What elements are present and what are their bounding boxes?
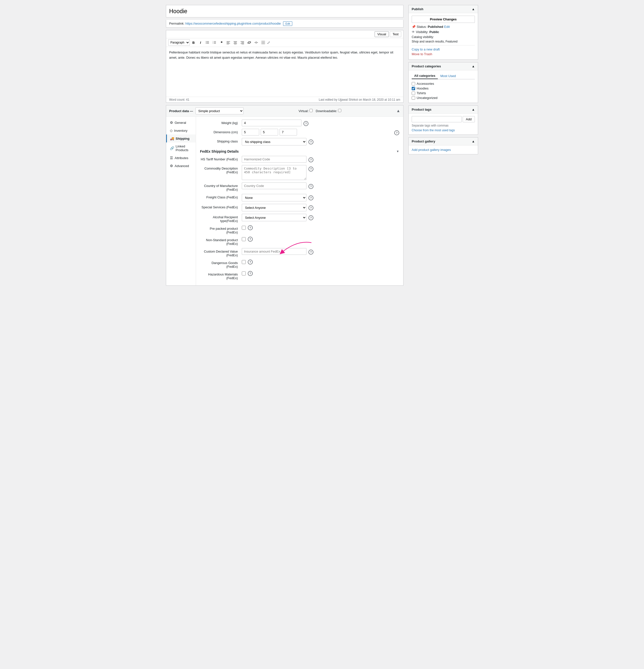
align-center-button[interactable] (232, 39, 239, 46)
alcohol-recipient-help[interactable]: ? (308, 215, 313, 220)
svg-rect-15 (227, 44, 229, 44)
dimensions-help[interactable]: ? (394, 130, 399, 135)
custom-declared-input[interactable] (242, 248, 306, 255)
tab-most-used[interactable]: Most Used (438, 73, 458, 79)
add-tag-button[interactable]: Add (463, 116, 475, 122)
tab-all-categories[interactable]: All categories (412, 73, 438, 79)
bold-button[interactable]: B (190, 39, 197, 46)
country-manufacture-help[interactable]: ? (308, 184, 313, 189)
tab-inventory[interactable]: ◇ Inventory (166, 127, 196, 134)
gallery-collapse-icon[interactable]: ▲ (472, 140, 475, 143)
tab-shipping[interactable]: 🚚 Shipping (166, 134, 196, 142)
unordered-list-button[interactable] (204, 39, 211, 46)
advanced-icon: ⚙ (170, 164, 173, 168)
special-services-select[interactable]: Select Anyone (242, 204, 306, 211)
weight-help[interactable]: ? (304, 121, 308, 126)
move-trash-link[interactable]: Move to Trash (412, 52, 475, 56)
dangerous-goods-checkbox[interactable] (242, 260, 246, 264)
align-left-button[interactable] (225, 39, 232, 46)
product-data-collapse[interactable]: ▲ (396, 109, 400, 113)
tab-general[interactable]: ⚙ General (166, 118, 196, 127)
table-button[interactable] (260, 39, 266, 46)
pre-packed-label: Pre packed product (FedEx) (200, 225, 240, 234)
shipping-class-label: Shipping class (200, 138, 240, 143)
virtual-checkbox[interactable] (309, 109, 313, 112)
list-item: Tshirts (412, 91, 475, 96)
status-value: Published (428, 25, 443, 29)
svg-point-5 (206, 43, 206, 44)
align-right-button[interactable] (239, 39, 246, 46)
custom-declared-help[interactable]: ? (308, 250, 313, 255)
freight-class-select[interactable]: NoneClass 50Class 55Class 60 (242, 194, 306, 201)
product-data-label: Product data — (169, 109, 193, 113)
tshirts-checkbox[interactable] (412, 91, 415, 95)
uncategorized-checkbox[interactable] (412, 96, 415, 100)
tab-advanced[interactable]: ⚙ Advanced (166, 162, 196, 170)
svg-rect-27 (262, 41, 265, 44)
non-standard-checkbox[interactable] (242, 237, 246, 241)
product-type-select[interactable]: Simple productGrouped productExternal/Af… (196, 108, 243, 114)
shipping-class-select[interactable]: No shipping classSmallMediumLarge (242, 138, 306, 145)
svg-rect-22 (240, 43, 244, 43)
commodity-desc-help[interactable]: ? (308, 167, 313, 172)
more-button[interactable] (253, 39, 260, 46)
paragraph-select[interactable]: Paragraph (168, 39, 190, 46)
uncategorized-label: Uncategorized (417, 96, 437, 100)
attributes-icon: ☰ (170, 156, 173, 160)
tags-input[interactable] (412, 116, 462, 122)
commodity-desc-input[interactable] (242, 165, 306, 180)
accessories-checkbox[interactable] (412, 82, 415, 86)
blockquote-button[interactable]: ❝ (218, 39, 225, 46)
alcohol-recipient-label: Alcohal Recipient type(FedEx) (200, 214, 240, 223)
post-title-input[interactable] (166, 5, 403, 17)
permalink-edit-button[interactable]: Edit (283, 22, 292, 26)
most-used-tags-link[interactable]: Choose from the most used tags (412, 129, 455, 132)
dimension-h-input[interactable] (280, 129, 297, 136)
link-button[interactable] (246, 39, 252, 46)
country-manufacture-label: Country of Manufacture (FedEx) (200, 183, 240, 191)
dangerous-goods-help[interactable]: ? (248, 259, 253, 265)
hs-tariff-input[interactable] (242, 156, 306, 162)
tab-linked-products[interactable]: 🔗 Linked Products (166, 142, 196, 154)
shipping-class-help[interactable]: ? (308, 140, 313, 144)
preview-changes-button[interactable]: Preview Changes (412, 16, 475, 23)
alcohol-recipient-select[interactable]: Select Anyone (242, 214, 306, 221)
freight-class-help[interactable]: ? (308, 195, 313, 200)
permalink-link[interactable]: https://woocommercefedexshipping.pluginh… (185, 22, 281, 25)
publish-collapse-icon[interactable]: ▲ (472, 7, 475, 11)
tab-visual[interactable]: Visual (375, 31, 389, 37)
add-gallery-images-link[interactable]: Add product gallery images (412, 148, 451, 152)
ordered-list-button[interactable]: 123 (211, 39, 218, 46)
fedex-collapse-icon[interactable]: ▼ (396, 150, 399, 153)
list-item: Uncategorized (412, 96, 475, 100)
svg-rect-16 (234, 41, 237, 42)
list-item: Hoodies (412, 86, 475, 91)
hazardous-materials-checkbox[interactable] (242, 271, 246, 275)
general-icon: ⚙ (170, 120, 173, 125)
categories-collapse-icon[interactable]: ▲ (472, 65, 475, 68)
product-gallery-title: Product gallery (412, 140, 435, 143)
italic-button[interactable]: I (197, 39, 204, 46)
list-item: Accessories (412, 81, 475, 86)
tab-test[interactable]: Test (390, 31, 401, 37)
hazardous-materials-help[interactable]: ? (248, 271, 253, 276)
tags-collapse-icon[interactable]: ▲ (472, 108, 475, 111)
editor-content[interactable]: Pellentesque habitant morbi tristique se… (166, 47, 403, 97)
hs-tariff-help[interactable]: ? (308, 157, 313, 162)
downloadable-checkbox[interactable] (338, 109, 341, 112)
fullscreen-button[interactable]: ⤢ (267, 40, 270, 45)
dimension-w-input[interactable] (261, 129, 278, 136)
special-services-help[interactable]: ? (308, 205, 313, 210)
status-edit-link[interactable]: Edit (444, 25, 450, 29)
pre-packed-checkbox[interactable] (242, 226, 246, 230)
non-standard-help[interactable]: ? (248, 237, 253, 242)
dimension-l-input[interactable] (242, 129, 259, 136)
copy-draft-link[interactable]: Copy to a new draft (412, 47, 475, 51)
weight-input[interactable] (242, 119, 302, 126)
tab-attributes[interactable]: ☰ Attributes (166, 154, 196, 162)
country-manufacture-input[interactable] (242, 183, 306, 189)
pre-packed-help[interactable]: ? (248, 225, 253, 230)
weight-label: Weight (kg) (200, 119, 240, 125)
hoodies-checkbox[interactable] (412, 87, 415, 90)
svg-point-3 (206, 41, 206, 42)
